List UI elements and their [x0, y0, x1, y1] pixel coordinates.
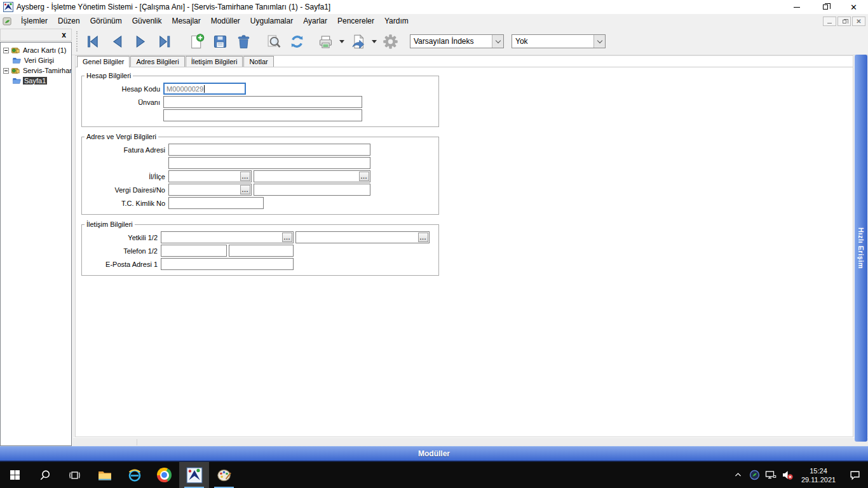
- tree-item-label[interactable]: Servis-Tamirhan: [22, 67, 72, 74]
- tree-item-label[interactable]: Veri Girişi: [23, 57, 55, 64]
- action-center-button[interactable]: [841, 470, 868, 480]
- il-browse-button[interactable]: ...: [240, 172, 250, 181]
- tree-item-araci-karti[interactable]: Aracı Kartı (1): [1, 45, 71, 55]
- group-iletisim-bilgileri: İletişim Bilgileri Yetkili 1/2 ... ... T…: [81, 220, 439, 276]
- tree-item-sayfa1[interactable]: Sayfa1: [1, 76, 71, 86]
- yetkili-1-browse-button[interactable]: ...: [282, 233, 292, 242]
- volume-muted-tray-icon[interactable]: [779, 470, 796, 480]
- quick-access-label: Hızlı Erişim: [857, 227, 865, 269]
- folder-icon: [12, 56, 22, 65]
- quick-access-strip[interactable]: Hızlı Erişim: [855, 55, 867, 442]
- tab-notlar[interactable]: Notlar: [243, 56, 273, 67]
- start-button[interactable]: [0, 462, 30, 488]
- toolbar-grip[interactable]: [76, 31, 78, 51]
- collapse-icon[interactable]: [3, 48, 9, 53]
- settings-button[interactable]: [379, 29, 402, 53]
- print-button[interactable]: [314, 29, 337, 53]
- yetkili-2-browse-button[interactable]: ...: [418, 233, 428, 242]
- paint-taskbar-button[interactable]: [209, 462, 239, 488]
- refresh-button[interactable]: [285, 29, 309, 53]
- app-icon: [3, 2, 13, 12]
- search-icon: [39, 470, 51, 481]
- restore-button[interactable]: [811, 0, 839, 14]
- tree-item-veri-girisi[interactable]: Veri Girişi: [1, 55, 71, 65]
- vergi-dairesi-browse-button[interactable]: ...: [240, 185, 250, 194]
- fatura-adresi-label: Fatura Adresi: [82, 146, 168, 154]
- chrome-button[interactable]: [149, 462, 179, 488]
- menu-gorunum[interactable]: Görünüm: [85, 15, 127, 27]
- tab-genel-bilgiler[interactable]: Genel Bilgiler: [77, 56, 130, 67]
- index-combobox-button[interactable]: [492, 35, 503, 48]
- modules-bar[interactable]: Modüller: [0, 446, 868, 462]
- panel-close-button[interactable]: x: [62, 30, 66, 39]
- file-explorer-button[interactable]: [90, 462, 119, 488]
- panel-header: x: [0, 29, 72, 41]
- tc-kimlik-input[interactable]: [168, 197, 264, 209]
- tab-adres-bilgileri[interactable]: Adres Bilgileri: [130, 56, 184, 67]
- delete-button[interactable]: [232, 29, 255, 53]
- unvani-input-2[interactable]: [163, 109, 362, 121]
- telefon-1-input[interactable]: [161, 245, 227, 257]
- last-record-button[interactable]: [153, 29, 176, 53]
- preview-button[interactable]: [262, 29, 285, 53]
- unvani-input-1[interactable]: [163, 96, 362, 108]
- aysberg-taskbar-button[interactable]: [179, 462, 209, 488]
- tab-iletisim-bilgileri[interactable]: İletişim Bilgileri: [186, 56, 243, 67]
- export-dropdown-caret[interactable]: [372, 40, 377, 43]
- export-icon: [349, 33, 367, 50]
- mdi-restore-button[interactable]: [837, 17, 851, 26]
- ilce-browse-button[interactable]: ...: [359, 172, 369, 181]
- save-button[interactable]: [208, 29, 232, 53]
- tree-item-servis-tamirhane[interactable]: Servis-Tamirhan: [1, 65, 71, 76]
- fatura-adresi-input-2[interactable]: [168, 157, 370, 169]
- mdi-close-button[interactable]: ✕: [852, 17, 865, 26]
- first-record-button[interactable]: [82, 29, 105, 53]
- hesap-kodu-input[interactable]: M00000029: [163, 83, 246, 95]
- menu-duzen[interactable]: Düzen: [53, 15, 85, 27]
- il-input[interactable]: ...: [168, 170, 252, 182]
- menu-pencereler[interactable]: Pencereler: [332, 15, 379, 27]
- secondary-combobox-button[interactable]: [593, 35, 605, 48]
- task-view-button[interactable]: [60, 462, 90, 488]
- collapse-icon[interactable]: [3, 68, 9, 74]
- menu-islemler[interactable]: İşlemler: [16, 15, 53, 27]
- group-legend: Hesap Bilgileri: [85, 72, 133, 79]
- next-record-button[interactable]: [129, 29, 153, 53]
- menu-guvenlik[interactable]: Güvenlik: [127, 15, 167, 27]
- menu-yardim[interactable]: Yardım: [379, 15, 414, 27]
- taskbar-search-button[interactable]: [30, 462, 60, 488]
- fatura-adresi-input-1[interactable]: [168, 144, 370, 156]
- internet-explorer-button[interactable]: [119, 462, 149, 488]
- antivirus-tray-icon[interactable]: [746, 470, 763, 480]
- new-record-button[interactable]: [185, 29, 208, 53]
- tree-item-label[interactable]: Aracı Kartı (1): [22, 46, 67, 54]
- tree-item-label[interactable]: Sayfa1: [23, 77, 47, 85]
- menu-mesajlar[interactable]: Mesajlar: [166, 15, 205, 27]
- previous-record-button[interactable]: [105, 29, 129, 53]
- close-button[interactable]: ✕: [839, 0, 868, 14]
- export-button[interactable]: [346, 29, 370, 53]
- print-dropdown-caret[interactable]: [339, 40, 344, 43]
- vergi-dairesi-input[interactable]: ...: [168, 184, 252, 196]
- minimize-button[interactable]: [782, 0, 811, 14]
- yetkili-1-input[interactable]: ...: [161, 231, 294, 243]
- menu-moduller[interactable]: Modüller: [206, 15, 245, 27]
- taskbar-clock[interactable]: 15:24 29.11.2021: [796, 466, 841, 484]
- tray-expand-button[interactable]: [729, 471, 746, 479]
- index-combobox-value: Varsayılan İndeks: [410, 37, 492, 46]
- mdi-minimize-button[interactable]: [823, 17, 836, 26]
- hesap-kodu-value: M00000029: [165, 85, 203, 93]
- aysberg-app-icon: [186, 467, 203, 484]
- secondary-combobox[interactable]: Yok: [512, 34, 606, 48]
- ilce-input[interactable]: ...: [254, 170, 370, 182]
- telefon-2-input[interactable]: [229, 245, 294, 257]
- internet-explorer-icon: [127, 468, 142, 483]
- vergi-no-input[interactable]: [254, 184, 370, 196]
- yetkili-2-input[interactable]: ...: [295, 231, 430, 243]
- network-tray-icon[interactable]: [763, 470, 779, 480]
- form-content-area: Genel Bilgiler Adres Bilgileri İletişim …: [75, 55, 853, 437]
- index-combobox[interactable]: Varsayılan İndeks: [410, 34, 504, 48]
- menu-uygulamalar[interactable]: Uygulamalar: [245, 15, 298, 27]
- eposta-input[interactable]: [161, 258, 294, 270]
- menu-ayarlar[interactable]: Ayarlar: [298, 15, 332, 27]
